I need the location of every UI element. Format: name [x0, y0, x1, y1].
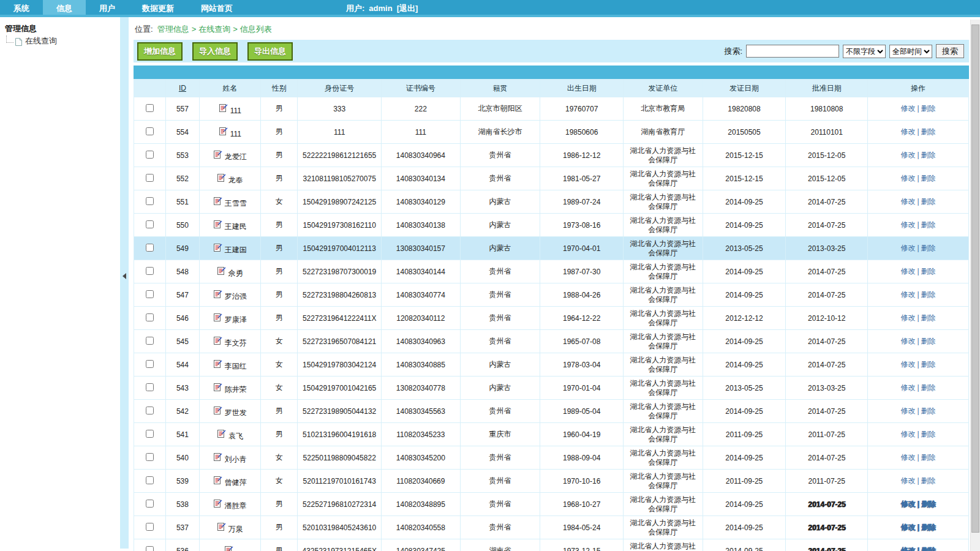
- time-select[interactable]: 全部时间: [889, 45, 932, 58]
- edit-link[interactable]: 修改: [900, 174, 915, 182]
- nav-tab-2[interactable]: 用户: [86, 0, 129, 15]
- field-select[interactable]: 不限字段: [843, 45, 886, 58]
- collapse-sidebar-icon[interactable]: [123, 273, 126, 279]
- scrollbar-thumb[interactable]: [971, 24, 979, 533]
- delete-link[interactable]: 删除: [921, 523, 936, 531]
- vertical-scrollbar[interactable]: [970, 20, 980, 551]
- delete-link[interactable]: 删除: [921, 430, 936, 438]
- cell-checkbox: [134, 353, 166, 377]
- breadcrumb-link-0[interactable]: 管理信息: [157, 24, 189, 34]
- nav-tab-1[interactable]: 信息: [43, 0, 86, 15]
- delete-link[interactable]: 删除: [921, 453, 936, 462]
- cell-cert-number: 140830340885: [382, 353, 461, 377]
- breadcrumb-link-1[interactable]: 在线查询: [198, 24, 230, 34]
- row-checkbox[interactable]: [146, 104, 154, 112]
- delete-link[interactable]: 删除: [921, 476, 936, 485]
- cell-issue-date: 2013-05-25: [703, 377, 786, 400]
- cell-checkbox: [134, 516, 166, 539]
- row-checkbox[interactable]: [146, 267, 154, 275]
- row-checkbox[interactable]: [146, 151, 154, 159]
- delete-link[interactable]: 删除: [921, 500, 936, 508]
- id-sort-link[interactable]: ID: [179, 84, 186, 92]
- delete-link[interactable]: 删除: [921, 244, 936, 252]
- row-checkbox[interactable]: [146, 220, 154, 228]
- nav-tab-3[interactable]: 数据更新: [129, 0, 187, 15]
- breadcrumb-link-2[interactable]: 信息列表: [240, 24, 272, 34]
- nav-tab-0[interactable]: 系统: [0, 0, 43, 15]
- row-checkbox[interactable]: [146, 127, 154, 135]
- edit-link[interactable]: 修改: [900, 313, 915, 322]
- delete-link[interactable]: 删除: [921, 151, 936, 159]
- edit-link[interactable]: 修改: [900, 453, 915, 462]
- row-checkbox[interactable]: [146, 360, 154, 368]
- delete-link[interactable]: 删除: [921, 313, 936, 322]
- edit-link[interactable]: 修改: [900, 430, 915, 438]
- edit-doc-icon: [213, 475, 222, 487]
- row-checkbox[interactable]: [146, 337, 154, 345]
- edit-link[interactable]: 修改: [900, 500, 915, 508]
- delete-link[interactable]: 删除: [921, 337, 936, 345]
- nav-tab-4[interactable]: 网站首页: [187, 0, 246, 15]
- row-checkbox[interactable]: [146, 174, 154, 182]
- row-checkbox[interactable]: [146, 500, 154, 508]
- sidebar-item-online-query[interactable]: 在线查询: [6, 36, 116, 47]
- delete-link[interactable]: 删除: [921, 197, 936, 206]
- edit-link[interactable]: 修改: [900, 244, 915, 252]
- edit-link[interactable]: 修改: [900, 127, 915, 136]
- delete-link[interactable]: 删除: [921, 220, 936, 229]
- edit-link[interactable]: 修改: [900, 197, 915, 206]
- row-checkbox[interactable]: [146, 290, 154, 298]
- row-checkbox[interactable]: [146, 197, 154, 205]
- cell-name: 王建民: [199, 214, 261, 237]
- row-checkbox[interactable]: [146, 313, 154, 321]
- edit-link[interactable]: 修改: [900, 337, 915, 345]
- search-label: 搜索:: [724, 46, 742, 57]
- header-cell-10: 操作: [868, 80, 969, 97]
- cell-name: 刘小青: [199, 446, 261, 470]
- row-checkbox[interactable]: [146, 476, 154, 484]
- edit-link[interactable]: 修改: [900, 546, 915, 551]
- table-row: 539曾健萍女520112197010161743110820340669贵州省…: [134, 470, 969, 493]
- delete-link[interactable]: 删除: [921, 407, 936, 415]
- action-button-0[interactable]: 增加信息: [137, 42, 183, 61]
- edit-link[interactable]: 修改: [900, 476, 915, 485]
- edit-link[interactable]: 修改: [900, 151, 915, 159]
- op-separator: |: [917, 337, 919, 345]
- row-checkbox[interactable]: [146, 453, 154, 461]
- cell-cert-number: 140830340964: [382, 144, 461, 167]
- edit-link[interactable]: 修改: [900, 360, 915, 369]
- table-row: 557111男333222北京市朝阳区19760707北京市教育局1982080…: [134, 97, 969, 121]
- name-text: 王建国: [225, 245, 247, 255]
- delete-link[interactable]: 删除: [921, 290, 936, 299]
- delete-link[interactable]: 删除: [921, 127, 936, 136]
- delete-link[interactable]: 删除: [921, 383, 936, 392]
- row-checkbox[interactable]: [146, 407, 154, 414]
- edit-link[interactable]: 修改: [900, 290, 915, 299]
- cell-origin: 重庆市: [460, 423, 540, 446]
- app-window: 系统信息用户数据更新网站首页 用户: admin [退出] 管理信息 在线查询: [0, 0, 980, 551]
- edit-link[interactable]: 修改: [900, 267, 915, 276]
- delete-link[interactable]: 删除: [921, 104, 936, 113]
- row-checkbox[interactable]: [146, 383, 154, 391]
- delete-link[interactable]: 删除: [921, 267, 936, 276]
- edit-link[interactable]: 修改: [900, 104, 915, 113]
- header-checkbox-cell: [134, 80, 166, 97]
- edit-link[interactable]: 修改: [900, 523, 915, 531]
- cell-id: 536: [166, 539, 199, 551]
- cell-gender: 男: [261, 214, 298, 237]
- row-checkbox[interactable]: [146, 523, 154, 531]
- edit-link[interactable]: 修改: [900, 407, 915, 415]
- search-button[interactable]: 搜索: [936, 44, 964, 58]
- delete-link[interactable]: 删除: [921, 174, 936, 182]
- delete-link[interactable]: 删除: [921, 360, 936, 369]
- row-checkbox[interactable]: [146, 546, 154, 551]
- edit-link[interactable]: 修改: [900, 220, 915, 229]
- row-checkbox[interactable]: [146, 244, 154, 252]
- delete-link[interactable]: 删除: [921, 546, 936, 551]
- action-button-1[interactable]: 导入信息: [192, 42, 238, 61]
- logout-link[interactable]: [退出]: [397, 0, 418, 17]
- edit-link[interactable]: 修改: [900, 383, 915, 392]
- row-checkbox[interactable]: [146, 430, 154, 438]
- action-button-2[interactable]: 导出信息: [247, 42, 293, 61]
- search-input[interactable]: [746, 45, 839, 58]
